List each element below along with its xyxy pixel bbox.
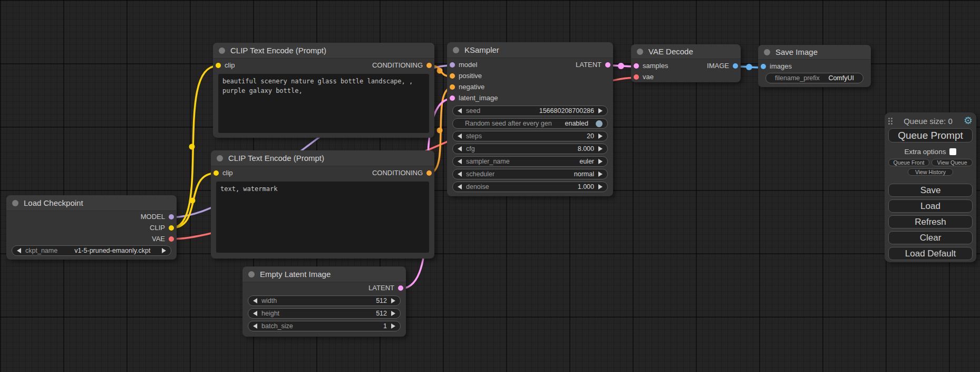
node-vae-decode[interactable]: VAE Decode samples IMAGE vae <box>631 44 741 82</box>
output-slot-latent[interactable]: LATENT <box>576 61 610 69</box>
collapse-dot-icon[interactable] <box>248 271 255 278</box>
widget-sampler-name[interactable]: sampler_name euler <box>452 156 608 167</box>
conditioning-slot-dot[interactable] <box>426 170 432 176</box>
decrement-arrow-icon[interactable] <box>458 184 462 189</box>
prompt-textarea[interactable]: beautiful scenery nature glass bottle la… <box>218 74 429 133</box>
decrement-arrow-icon[interactable] <box>253 323 257 329</box>
collapse-dot-icon[interactable] <box>453 47 459 53</box>
collapse-dot-icon[interactable] <box>764 49 770 55</box>
widget-batch-size[interactable]: batch_size 1 <box>248 321 401 331</box>
latent-slot-dot[interactable] <box>605 62 610 68</box>
model-slot-dot[interactable] <box>450 62 455 68</box>
node-title: Save Image <box>775 47 818 56</box>
output-slot-model[interactable]: MODEL <box>141 213 174 221</box>
queue-menu-panel[interactable]: Queue size: 0 ⚙ Queue Prompt Extra optio… <box>885 112 976 262</box>
decrement-arrow-icon[interactable] <box>17 248 21 253</box>
increment-arrow-icon[interactable] <box>391 323 395 329</box>
node-clip-text-encode-negative[interactable]: CLIP Text Encode (Prompt) clip CONDITION… <box>211 150 434 259</box>
increment-arrow-icon[interactable] <box>162 248 166 253</box>
input-slot-images[interactable]: images <box>761 62 792 70</box>
input-slot-samples[interactable]: samples <box>634 62 668 70</box>
graph-canvas[interactable]: Load Checkpoint MODEL CLIP VAE ckpt_name… <box>0 0 980 372</box>
decrement-arrow-icon[interactable] <box>458 146 462 151</box>
node-empty-latent-image[interactable]: Empty Latent Image LATENT width 512 heig… <box>242 266 406 337</box>
increment-arrow-icon[interactable] <box>598 171 603 177</box>
conditioning-slot-dot[interactable] <box>426 63 432 68</box>
widget-filename-prefix[interactable]: filename_prefix ComfyUI <box>765 73 863 83</box>
clip-slot-dot[interactable] <box>216 63 221 68</box>
load-default-button[interactable]: Load Default <box>888 247 973 260</box>
collapse-dot-icon[interactable] <box>12 200 18 206</box>
prompt-textarea[interactable]: text, watermark <box>216 182 429 253</box>
conditioning-slot-dot[interactable] <box>450 84 455 90</box>
decrement-arrow-icon[interactable] <box>253 311 257 316</box>
decrement-arrow-icon[interactable] <box>458 108 462 113</box>
increment-arrow-icon[interactable] <box>598 146 603 151</box>
save-button[interactable]: Save <box>888 184 973 197</box>
decrement-arrow-icon[interactable] <box>253 298 257 303</box>
vae-slot-dot[interactable] <box>634 74 639 80</box>
decrement-arrow-icon[interactable] <box>458 159 462 164</box>
image-slot-dot[interactable] <box>761 64 766 69</box>
input-slot-clip[interactable]: clip <box>214 169 233 177</box>
increment-arrow-icon[interactable] <box>598 184 603 189</box>
refresh-button[interactable]: Refresh <box>888 215 973 228</box>
collapse-dot-icon[interactable] <box>217 155 223 161</box>
queue-prompt-button[interactable]: Queue Prompt <box>888 128 973 142</box>
node-ksampler[interactable]: KSampler model LATENT positive negative … <box>447 42 613 196</box>
drag-handle-icon[interactable] <box>888 118 892 125</box>
widget-denoise[interactable]: denoise 1.000 <box>452 182 608 192</box>
latent-slot-dot[interactable] <box>634 63 639 69</box>
node-load-checkpoint[interactable]: Load Checkpoint MODEL CLIP VAE ckpt_name… <box>6 195 177 260</box>
extra-options-checkbox[interactable] <box>949 148 956 155</box>
output-slot-latent[interactable]: LATENT <box>368 284 403 292</box>
increment-arrow-icon[interactable] <box>598 108 603 113</box>
node-save-image[interactable]: Save Image images filename_prefix ComfyU… <box>758 45 871 87</box>
model-slot-dot[interactable] <box>169 214 174 220</box>
clip-slot-dot[interactable] <box>214 170 219 176</box>
decrement-arrow-icon[interactable] <box>458 171 462 177</box>
input-slot-positive[interactable]: positive <box>450 72 482 80</box>
widget-width[interactable]: width 512 <box>248 295 401 306</box>
clip-slot-dot[interactable] <box>169 225 174 231</box>
input-slot-negative[interactable]: negative <box>450 83 484 91</box>
widget-height[interactable]: height 512 <box>248 308 401 319</box>
output-slot-clip[interactable]: CLIP <box>150 224 174 232</box>
increment-arrow-icon[interactable] <box>391 311 395 316</box>
toggle-on-icon[interactable] <box>596 120 603 127</box>
image-slot-dot[interactable] <box>733 63 738 69</box>
queue-front-button[interactable]: Queue Front <box>888 159 929 166</box>
widget-random-seed-toggle[interactable]: Random seed after every gen enabled <box>452 118 608 129</box>
node-title: CLIP Text Encode (Prompt) <box>230 46 326 55</box>
widget-seed[interactable]: seed 156680208700286 <box>452 106 608 116</box>
latent-slot-dot[interactable] <box>450 96 455 101</box>
latent-slot-dot[interactable] <box>398 285 403 291</box>
wire-latent-out-dot <box>618 63 624 69</box>
output-slot-image[interactable]: IMAGE <box>707 62 738 70</box>
decrement-arrow-icon[interactable] <box>458 133 462 139</box>
output-slot-conditioning[interactable]: CONDITIONING <box>372 61 432 69</box>
load-button[interactable]: Load <box>888 199 973 213</box>
input-slot-vae[interactable]: vae <box>634 73 654 81</box>
clear-button[interactable]: Clear <box>888 231 973 244</box>
widget-steps[interactable]: steps 20 <box>452 131 608 141</box>
widget-cfg[interactable]: cfg 8.000 <box>452 144 608 154</box>
view-queue-button[interactable]: View Queue <box>932 159 973 166</box>
vae-slot-dot[interactable] <box>169 236 174 242</box>
increment-arrow-icon[interactable] <box>391 298 395 303</box>
collapse-dot-icon[interactable] <box>219 47 225 54</box>
increment-arrow-icon[interactable] <box>598 159 603 164</box>
widget-ckpt-name[interactable]: ckpt_name v1-5-pruned-emaonly.ckpt <box>12 245 171 256</box>
node-clip-text-encode-positive[interactable]: CLIP Text Encode (Prompt) clip CONDITION… <box>213 43 434 138</box>
input-slot-clip[interactable]: clip <box>216 61 235 69</box>
input-slot-latent-image[interactable]: latent_image <box>450 94 498 102</box>
output-slot-conditioning[interactable]: CONDITIONING <box>372 169 432 177</box>
output-slot-vae[interactable]: VAE <box>152 235 174 243</box>
widget-scheduler[interactable]: scheduler normal <box>452 169 608 179</box>
input-slot-model[interactable]: model <box>450 61 477 69</box>
collapse-dot-icon[interactable] <box>637 49 643 55</box>
conditioning-slot-dot[interactable] <box>450 73 455 79</box>
view-history-button[interactable]: View History <box>908 168 953 176</box>
settings-gear-icon[interactable]: ⚙ <box>964 116 973 126</box>
increment-arrow-icon[interactable] <box>598 133 603 139</box>
